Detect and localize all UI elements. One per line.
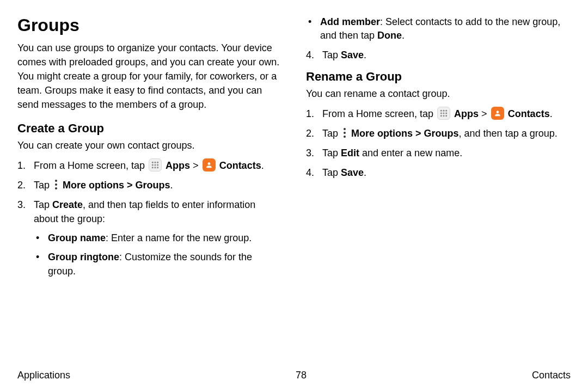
apps-label: Apps [454,108,479,119]
page-title: Groups [17,15,282,35]
contacts-icon [203,158,216,171]
svg-point-20 [445,115,447,117]
create-step-3: Tap Create, and then tap fields to enter… [17,198,282,278]
page-footer: Applications 78 Contacts [17,370,571,381]
step-text: Tap [34,199,52,210]
rename-group-heading: Rename a Group [306,70,571,84]
more-options-icon [342,127,347,139]
rename-step-3: Tap Edit and enter a new name. [306,146,571,160]
svg-point-19 [443,115,445,117]
bullet-add-member: Add member: Select contacts to add to th… [306,15,571,42]
period: . [170,180,173,191]
create-step-1: From a Home screen, tap Apps > Contacts. [17,158,282,173]
content-columns: Groups You can use groups to organize yo… [17,15,571,278]
arrow-text: > [193,160,201,171]
bullet-group-name: Group name: Enter a name for the new gro… [34,231,282,245]
svg-point-6 [152,167,154,168]
step-text: Tap [322,148,341,158]
bullet-rest: : Enter a name for the new group. [106,232,252,243]
step-text: From a Home screen, tap [34,160,148,171]
svg-point-5 [157,164,158,166]
rename-step-1: From a Home screen, tap Apps > Contacts. [306,107,571,121]
create-step-2: Tap More options > Groups. [17,178,282,192]
done-bold: Done [377,30,402,41]
svg-point-8 [157,167,158,168]
right-column: Add member: Select contacts to add to th… [306,15,571,278]
period: . [261,160,264,171]
apps-icon [437,107,450,120]
more-options-label: More options > Groups [351,128,459,139]
more-options-label: More options > Groups [63,180,170,191]
create-group-sub: You can create your own contact groups. [17,139,282,152]
rename-group-sub: You can rename a contact group. [306,87,571,101]
svg-point-23 [344,136,346,138]
svg-point-2 [157,162,158,163]
bullet-bold: Group name [48,232,106,243]
contacts-label: Contacts [508,108,550,119]
svg-point-16 [443,112,445,114]
rename-step-2: Tap More options > Groups, and then tap … [306,126,571,140]
step-text: Tap [322,167,341,178]
left-column: Groups You can use groups to organize yo… [17,15,282,278]
period: . [364,50,366,60]
footer-right: Contacts [532,370,571,381]
contacts-icon [491,107,504,120]
step-text-post: and enter a new name. [359,148,462,158]
create-bold: Create [52,199,83,210]
bullet-bold: Group ringtone [48,252,119,262]
apps-label: Apps [166,160,190,171]
rename-step-4: Tap Save. [306,166,571,180]
svg-point-21 [344,128,346,130]
svg-point-11 [55,187,57,189]
svg-point-17 [445,112,447,114]
apps-icon [149,158,162,171]
svg-point-0 [152,162,154,163]
step-text: From a Home screen, tap [322,108,436,119]
save-bold: Save [341,167,364,178]
more-options-icon [53,179,59,191]
svg-point-9 [55,180,57,182]
period: . [402,30,405,41]
bullet-bold: Add member [320,16,380,27]
svg-point-4 [155,164,156,166]
create-sub-bullets: Group name: Enter a name for the new gro… [34,231,282,278]
svg-point-10 [55,183,57,186]
svg-point-12 [440,110,442,112]
create-step-4: Tap Save. [306,48,571,62]
svg-point-18 [440,115,442,117]
svg-point-14 [445,110,447,112]
create-group-steps: From a Home screen, tap Apps > Contacts.… [17,158,282,278]
svg-point-13 [443,110,445,112]
contacts-label: Contacts [219,160,261,171]
intro-text: You can use groups to organize your cont… [17,41,282,112]
period: . [550,108,553,119]
step-text: Tap [322,128,341,139]
edit-bold: Edit [341,148,359,158]
create-steps-continued: Tap Save. [306,48,571,62]
svg-point-22 [344,132,346,134]
step-text: Tap [34,180,52,191]
arrow-text: > [481,108,490,119]
footer-left: Applications [17,370,70,381]
svg-point-15 [440,112,442,114]
svg-point-7 [155,167,156,168]
save-bold: Save [341,50,364,60]
create-group-heading: Create a Group [17,121,282,136]
manual-page: Groups You can use groups to organize yo… [0,0,588,392]
step-text: Tap [322,50,341,60]
create-bullets-continued: Add member: Select contacts to add to th… [306,15,571,42]
bullet-group-ringtone: Group ringtone: Customize the sounds for… [34,250,282,278]
period: . [364,167,366,178]
svg-point-3 [152,164,154,166]
rename-group-steps: From a Home screen, tap Apps > Contacts.… [306,107,571,180]
footer-page-number: 78 [296,370,307,381]
step-text-post: , and then tap a group. [459,128,558,139]
svg-point-1 [155,162,156,163]
